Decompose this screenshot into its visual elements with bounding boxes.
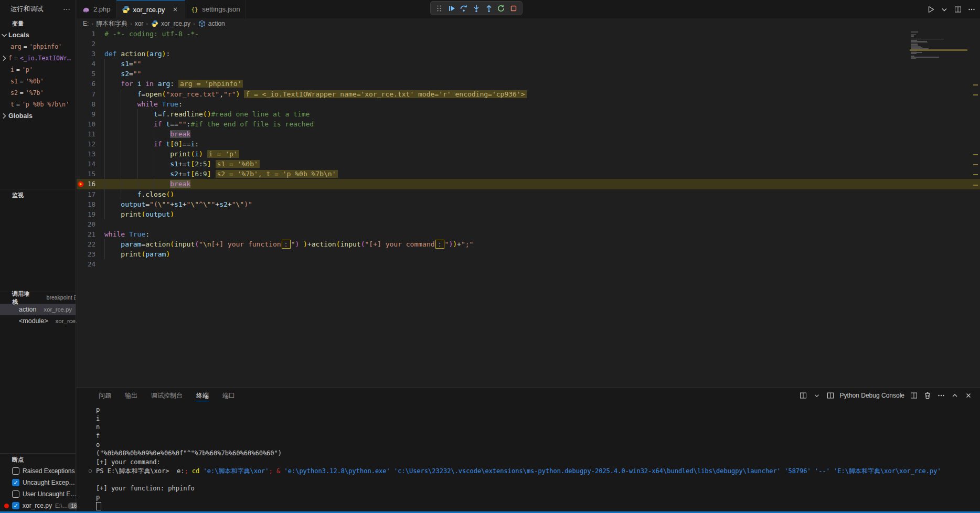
maximize-panel-button[interactable] <box>951 391 959 400</box>
breakpoint-row[interactable]: Raised Exceptions <box>0 465 76 477</box>
panel-tab-终端[interactable]: 终端 <box>196 388 209 403</box>
variable-row[interactable]: f=<_io.TextIOWr… <box>0 52 76 64</box>
tab-2-php[interactable]: 2.php <box>77 0 116 18</box>
breadcrumb-item[interactable]: xor <box>135 20 144 27</box>
code-line[interactable]: 24 <box>77 259 980 269</box>
code-line[interactable]: 19 print(output) <box>77 209 980 219</box>
variable-row[interactable]: s1='%0b' <box>0 76 76 87</box>
code-line[interactable]: 7 f=open("xor_rce.txt","r")f = <_io.Text… <box>77 89 980 99</box>
code-line[interactable]: 21while True: <box>77 229 980 239</box>
breadcrumb-item[interactable]: E: <box>83 20 89 27</box>
breadcrumb-item[interactable]: xor_rce.py <box>151 19 190 28</box>
variable-row[interactable]: arg='phpinfo' <box>0 41 76 52</box>
scope-globals[interactable]: Globals <box>0 110 76 122</box>
gutter-space[interactable] <box>77 119 84 129</box>
gutter-space[interactable] <box>77 139 84 149</box>
run-options-dropdown-button[interactable] <box>940 5 949 14</box>
close-panel-button[interactable] <box>964 391 973 400</box>
panel-tab-调试控制台[interactable]: 调试控制台 <box>151 388 183 403</box>
gutter-space[interactable] <box>77 129 84 139</box>
variable-row[interactable]: s2='%7b' <box>0 87 76 99</box>
gutter-space[interactable] <box>77 209 84 219</box>
command-decoration-icon[interactable] <box>88 468 93 474</box>
breakpoint-checkbox[interactable]: ✓ <box>12 502 19 509</box>
gutter-space[interactable] <box>77 39 84 49</box>
gutter-space[interactable] <box>77 239 84 249</box>
editor-more-actions-button[interactable] <box>967 5 976 14</box>
code-line[interactable]: 1# -*- coding: utf-8 -*- <box>77 29 980 39</box>
gutter-space[interactable] <box>77 259 84 269</box>
gutter-space[interactable] <box>77 149 84 159</box>
code-line[interactable]: 3def action(arg): <box>77 49 980 59</box>
variable-row[interactable]: i='p' <box>0 64 76 76</box>
gutter-space[interactable] <box>77 69 84 79</box>
gutter-space[interactable] <box>77 59 84 69</box>
stop-button[interactable] <box>509 4 518 13</box>
tab-settings-json[interactable]: {}settings.json <box>185 0 246 18</box>
breakpoint-row[interactable]: User Uncaught E… <box>0 488 76 500</box>
callstack-section-header[interactable]: 调用堆栈 breakpoint 已… <box>0 292 76 304</box>
breakpoint-checkbox[interactable]: ✓ <box>12 479 19 486</box>
watch-section-header[interactable]: 监视 <box>0 189 76 201</box>
gutter-space[interactable] <box>77 249 84 259</box>
split-editor-button[interactable] <box>954 5 962 14</box>
code-line[interactable]: 5 s2="" <box>77 69 980 79</box>
breakpoints-section-header[interactable]: 断点 <box>0 454 76 465</box>
code-line[interactable]: 14 s1+=t[2:5]s1 = '%0b' <box>77 159 980 169</box>
code-line[interactable]: 8 while True: <box>77 99 980 109</box>
close-icon[interactable] <box>171 5 179 14</box>
code-line[interactable]: 11 break <box>77 129 980 139</box>
panel-more-actions-button[interactable] <box>937 391 945 400</box>
panel-tab-输出[interactable]: 输出 <box>125 388 137 403</box>
variables-section-header[interactable]: 变量 <box>0 18 76 29</box>
gutter-space[interactable] <box>77 109 84 119</box>
step-over-button[interactable] <box>460 4 468 13</box>
terminal[interactable]: pinfo("%0b%08%0b%09%0e%06%0f"^"%7b%60%7b… <box>77 403 980 510</box>
gutter-space[interactable] <box>77 189 84 199</box>
code-line[interactable]: 13 print(i)i = 'p' <box>77 149 980 159</box>
minimap[interactable] <box>910 31 967 99</box>
breakpoint-checkbox[interactable] <box>12 490 19 498</box>
restart-button[interactable] <box>497 4 505 13</box>
code-editor[interactable]: 1# -*- coding: utf-8 -*-23def action(arg… <box>77 29 980 387</box>
gutter-space[interactable] <box>77 89 84 99</box>
tab-xor_rce-py[interactable]: xor_rce.py <box>116 0 186 18</box>
code-line[interactable]: 23 print(param) <box>77 249 980 259</box>
stack-frame-row[interactable]: <module>xor_rce… <box>0 315 76 327</box>
panel-tab-问题[interactable]: 问题 <box>99 388 111 403</box>
stack-frame-row[interactable]: actionxor_rce.py <box>0 304 76 315</box>
code-line[interactable]: 10 if t=="":#if the end of file is reach… <box>77 119 980 129</box>
gutter-space[interactable] <box>77 219 84 229</box>
code-line[interactable]: 2 <box>77 39 980 49</box>
kill-terminal-button[interactable] <box>923 391 932 400</box>
breakpoint-checkbox[interactable] <box>12 467 19 475</box>
gutter-space[interactable] <box>77 79 84 89</box>
continue-button[interactable] <box>448 4 456 13</box>
run-python-file-button[interactable] <box>926 5 935 14</box>
split-terminal-button[interactable] <box>910 391 918 400</box>
code-line[interactable]: 22 param=action(input("\n[+] your functi… <box>77 239 980 249</box>
breadcrumb-item[interactable]: 脚本和字典 <box>96 19 127 28</box>
code-line[interactable]: 18 output="(\""+s1+"\"^\""+s2+"\")" <box>77 199 980 209</box>
gutter-space[interactable] <box>77 29 84 39</box>
panel-layout-icon[interactable] <box>799 391 807 400</box>
panel-tab-端口[interactable]: 端口 <box>222 388 235 403</box>
breakpoint-row[interactable]: ✓Uncaught Excep… <box>0 477 76 488</box>
code-line[interactable]: 12 if t[0]==i: <box>77 139 980 149</box>
gutter-space[interactable] <box>77 229 84 239</box>
gutter-space[interactable] <box>77 49 84 59</box>
step-out-button[interactable] <box>485 4 493 13</box>
current-breakpoint-arrow-icon[interactable] <box>77 179 84 189</box>
code-line[interactable]: 16 break <box>77 179 980 189</box>
gutter-space[interactable] <box>77 159 84 169</box>
code-line[interactable]: 4 s1="" <box>77 59 980 69</box>
code-line[interactable]: 6 for i in arg:arg = 'phpinfo' <box>77 79 980 89</box>
code-line[interactable]: 9 t=f.readline()#read one line at a time <box>77 109 980 119</box>
panel-layout-dropdown-icon[interactable] <box>813 391 821 400</box>
code-line[interactable]: 17 f.close() <box>77 189 980 199</box>
breadcrumb-item[interactable]: action <box>198 19 225 28</box>
gutter-space[interactable] <box>77 169 84 179</box>
code-line[interactable]: 15 s2+=t[6:9]s2 = '%7b', t = 'p %0b %7b\… <box>77 169 980 179</box>
variable-row[interactable]: t='p %0b %7b\n' <box>0 99 76 110</box>
breakpoint-row[interactable]: ✓xor_rce.pyE:\…16 <box>0 500 76 511</box>
